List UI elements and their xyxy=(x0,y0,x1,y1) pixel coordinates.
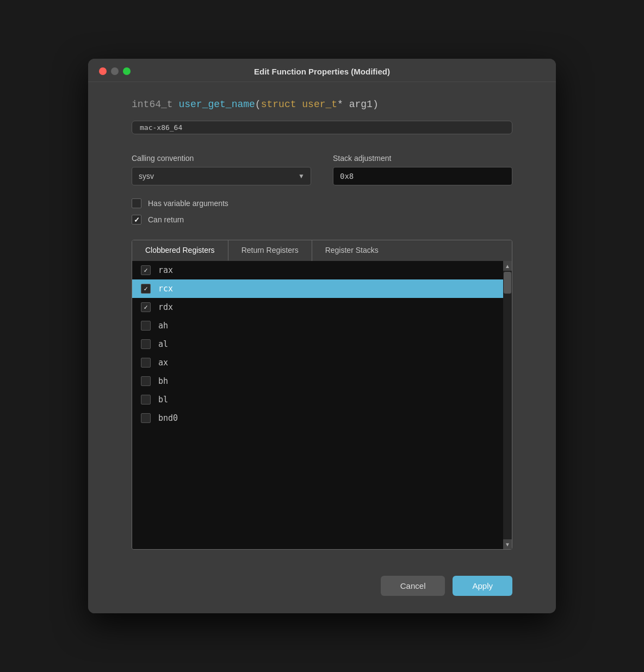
edit-function-dialog: Edit Function Properties (Modified) int6… xyxy=(88,59,556,613)
return-type: int64_t xyxy=(132,99,178,110)
register-name-rax: rax xyxy=(158,265,173,275)
register-checkbox-bh[interactable] xyxy=(141,376,151,386)
close-button[interactable] xyxy=(99,67,107,75)
checkboxes-section: Has variable arguments ✓ Can return xyxy=(132,198,512,225)
register-checkmark-rax: ✓ xyxy=(144,266,147,274)
has-variable-args-row[interactable]: Has variable arguments xyxy=(132,198,512,208)
register-checkmark-rdx: ✓ xyxy=(144,303,147,311)
register-checkbox-bl[interactable] xyxy=(141,395,151,405)
register-item-al[interactable]: al xyxy=(132,335,503,353)
struct-keyword: struct xyxy=(261,99,302,110)
register-item-rcx[interactable]: ✓ rcx xyxy=(132,279,503,298)
tab-header: Clobbered Registers Return Registers Reg… xyxy=(132,240,512,261)
form-row-convention-stack: Calling convention sysv cdecl fastcall s… xyxy=(132,154,512,185)
stack-adjustment-group: Stack adjustment xyxy=(333,154,512,185)
close-paren: ) xyxy=(373,99,379,110)
open-paren: ( xyxy=(255,99,261,110)
register-checkbox-ah[interactable] xyxy=(141,321,151,331)
dialog-title: Edit Function Properties (Modified) xyxy=(254,67,390,76)
function-signature: int64_t user_get_name(struct user_t* arg… xyxy=(132,97,512,112)
platform-badge: mac-x86_64 xyxy=(132,121,512,134)
register-item-bl[interactable]: bl xyxy=(132,390,503,409)
param-type: user_t xyxy=(302,99,337,110)
tab-clobbered-registers[interactable]: Clobbered Registers xyxy=(132,240,228,261)
register-item-bh[interactable]: bh xyxy=(132,372,503,390)
dialog-content: int64_t user_get_name(struct user_t* arg… xyxy=(88,82,556,565)
register-item-rdx[interactable]: ✓ rdx xyxy=(132,298,503,316)
calling-convention-select-wrapper: sysv cdecl fastcall stdcall thiscall ▼ xyxy=(132,167,311,185)
stack-adjustment-label: Stack adjustment xyxy=(333,154,512,163)
register-checkbox-al[interactable] xyxy=(141,339,151,349)
param-name: arg1 xyxy=(349,99,373,110)
window-controls xyxy=(99,67,131,75)
scrollbar-thumb[interactable] xyxy=(504,272,511,294)
register-checkmark-rcx: ✓ xyxy=(144,285,147,293)
function-name: user_get_name xyxy=(178,99,255,110)
calling-convention-label: Calling convention xyxy=(132,154,311,163)
scrollbar-up-button[interactable]: ▲ xyxy=(503,261,512,271)
maximize-button[interactable] xyxy=(123,67,131,75)
calling-convention-select[interactable]: sysv cdecl fastcall stdcall thiscall xyxy=(132,167,311,185)
tab-return-registers[interactable]: Return Registers xyxy=(228,240,312,261)
minimize-button[interactable] xyxy=(111,67,119,75)
can-return-label: Can return xyxy=(148,215,184,224)
register-item-ax[interactable]: ax xyxy=(132,353,503,372)
pointer-star: * xyxy=(337,99,349,110)
can-return-row[interactable]: ✓ Can return xyxy=(132,215,512,225)
titlebar: Edit Function Properties (Modified) xyxy=(88,59,556,82)
scrollbar-down-button[interactable]: ▼ xyxy=(503,539,512,549)
register-checkbox-ax[interactable] xyxy=(141,358,151,368)
scrollbar-track: ▲ ▼ xyxy=(503,261,512,549)
register-name-bl: bl xyxy=(158,395,168,405)
registers-list[interactable]: ✓ rax ✓ rcx ✓ xyxy=(132,261,503,549)
register-item-bnd0[interactable]: bnd0 xyxy=(132,409,503,427)
calling-convention-group: Calling convention sysv cdecl fastcall s… xyxy=(132,154,311,185)
register-name-rdx: rdx xyxy=(158,302,173,312)
register-checkbox-rcx[interactable]: ✓ xyxy=(141,284,151,294)
register-name-bh: bh xyxy=(158,376,168,386)
register-name-ax: ax xyxy=(158,358,168,368)
has-variable-args-label: Has variable arguments xyxy=(148,199,228,208)
register-item-rax[interactable]: ✓ rax xyxy=(132,261,503,279)
register-checkbox-rax[interactable]: ✓ xyxy=(141,265,151,275)
dialog-footer: Cancel Apply xyxy=(88,565,556,613)
register-name-ah: ah xyxy=(158,321,168,331)
register-tabs-container: Clobbered Registers Return Registers Reg… xyxy=(132,240,512,550)
register-item-ah[interactable]: ah xyxy=(132,316,503,335)
apply-button[interactable]: Apply xyxy=(453,576,512,596)
has-variable-args-checkbox[interactable] xyxy=(132,198,141,208)
register-name-bnd0: bnd0 xyxy=(158,413,178,423)
tab-content: ✓ rax ✓ rcx ✓ xyxy=(132,261,512,549)
register-checkbox-rdx[interactable]: ✓ xyxy=(141,302,151,312)
stack-adjustment-input[interactable] xyxy=(333,167,512,185)
tab-register-stacks[interactable]: Register Stacks xyxy=(312,240,392,261)
can-return-checkmark: ✓ xyxy=(134,216,140,223)
register-checkbox-bnd0[interactable] xyxy=(141,413,151,423)
cancel-button[interactable]: Cancel xyxy=(381,576,445,596)
register-name-rcx: rcx xyxy=(158,284,173,294)
can-return-checkbox[interactable]: ✓ xyxy=(132,215,141,225)
register-name-al: al xyxy=(158,339,168,349)
